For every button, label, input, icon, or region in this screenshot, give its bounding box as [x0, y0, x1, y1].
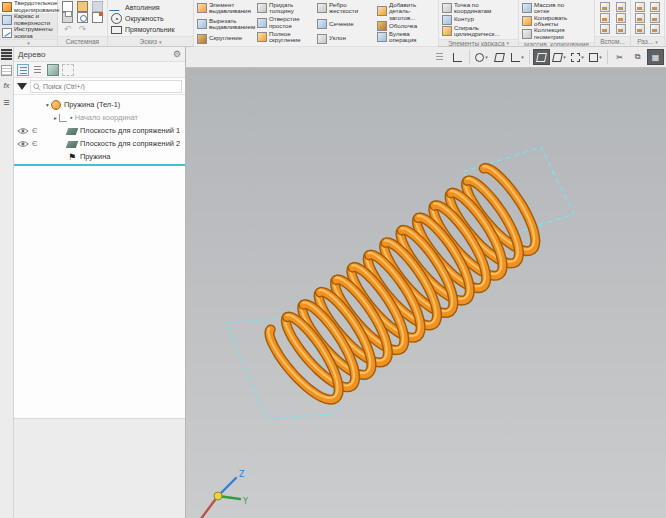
- tree-tab-icon[interactable]: [1, 49, 12, 60]
- workspace-modes-group: Твердотельное моделирование Каркас и пов…: [0, 0, 58, 46]
- aux-tool-icon[interactable]: [600, 13, 610, 23]
- search-icon: [33, 83, 41, 91]
- section-button[interactable]: Сечение: [317, 19, 375, 29]
- view-settings-button[interactable]: ▦: [647, 49, 664, 65]
- dimension-tool-icon[interactable]: [635, 24, 645, 34]
- preview-icon[interactable]: [77, 12, 88, 23]
- dimension-tool-icon[interactable]: [635, 2, 645, 12]
- spring-model[interactable]: [268, 166, 535, 400]
- expand-caret-icon[interactable]: ▸: [52, 115, 59, 121]
- tree-relations-icon[interactable]: [47, 64, 59, 76]
- simple-hole-button[interactable]: Отверстие простое: [257, 16, 315, 29]
- tree-structure-view-icon[interactable]: [17, 64, 29, 76]
- dimension-tool-icon[interactable]: [650, 2, 660, 12]
- tree-rows: ▾Пружина (Тел-1)▸●Начало координатЄПлоск…: [14, 95, 185, 418]
- hidden-lines-dropdown[interactable]: ▾: [569, 49, 586, 65]
- zoom-dropdown[interactable]: ▾: [473, 49, 490, 65]
- section-view-dropdown[interactable]: ▾: [587, 49, 604, 65]
- dimension-tool-icon[interactable]: [650, 13, 660, 23]
- geometry-collection-button[interactable]: Коллекция геометрии: [522, 27, 591, 40]
- grid-pattern-button[interactable]: Массив по сетке: [522, 2, 591, 15]
- thicken-icon: [257, 3, 267, 13]
- tree-row-label: Пружина: [80, 152, 110, 161]
- snip-icon[interactable]: ✂: [611, 49, 628, 65]
- gear-icon[interactable]: ⚙: [173, 49, 181, 59]
- add-stock-part-button[interactable]: Добавить деталь-заготов...: [377, 2, 435, 21]
- 3d-viewport[interactable]: ZY: [186, 68, 666, 518]
- open-document-icon[interactable]: [77, 1, 88, 12]
- tree-selection-icon[interactable]: [62, 64, 74, 76]
- panel-menu-icon[interactable]: ≡: [1, 97, 12, 108]
- save-icon[interactable]: [92, 1, 103, 12]
- tree-row[interactable]: ▸●Начало координат: [14, 111, 185, 124]
- panel-title: Дерево: [18, 50, 173, 59]
- spring-feature-icon: ⚑: [67, 152, 77, 162]
- search-input[interactable]: [30, 80, 182, 93]
- contour-icon: [442, 15, 452, 25]
- filter-icon[interactable]: [17, 83, 27, 90]
- isometry-icon[interactable]: [449, 49, 466, 65]
- cylindrical-spiral-button[interactable]: Спираль цилиндрическ...: [442, 25, 515, 38]
- dimension-tool-icon[interactable]: [635, 13, 645, 23]
- triad-axis-label: Y: [242, 497, 248, 506]
- exclude-icon[interactable]: Є: [32, 126, 37, 135]
- modes-group-footer: ▾: [0, 39, 57, 46]
- normal-view-dropdown[interactable]: ▾: [509, 49, 526, 65]
- tree-row[interactable]: ▾Пружина (Тел-1): [14, 98, 185, 111]
- array-copy-group: Массив по сетке Копировать объекты Колле…: [519, 0, 595, 46]
- tree-panel-header: Дерево ⚙: [14, 47, 185, 62]
- tree-row[interactable]: ⚑Пружина: [14, 150, 185, 163]
- shaded-display-button[interactable]: [533, 49, 550, 65]
- full-round-icon: [257, 32, 267, 42]
- draft-button[interactable]: Уклон: [317, 34, 375, 44]
- thicken-button[interactable]: Придать толщину: [257, 2, 315, 15]
- part-icon: [51, 100, 61, 110]
- undo-icon[interactable]: ↶: [62, 24, 74, 35]
- rectangle-button[interactable]: Прямоугольник: [111, 24, 190, 34]
- point-by-coords-button[interactable]: Точка по координатам: [442, 2, 515, 15]
- dimension-tool-icon[interactable]: [650, 24, 660, 34]
- display-mode-dropdown[interactable]: ▾: [551, 49, 568, 65]
- print-icon[interactable]: [62, 12, 73, 23]
- fillet-button[interactable]: Скругление: [197, 34, 255, 44]
- exclude-icon[interactable]: Є: [32, 139, 37, 148]
- parameters-tab-icon[interactable]: [1, 65, 12, 76]
- extrude-button[interactable]: Элемент выдавливания: [197, 2, 255, 15]
- origin-bullet-icon: ●: [70, 115, 73, 120]
- dimensions-group: Раз...▾: [631, 0, 665, 46]
- export-icon[interactable]: [92, 12, 103, 23]
- copy-view-icon[interactable]: ⧉: [629, 49, 646, 65]
- triad-origin-point: [214, 492, 222, 500]
- boolean-button[interactable]: Булева операция: [377, 31, 435, 44]
- auxiliary-group: Вспом...: [595, 0, 631, 46]
- orientation-icon[interactable]: [491, 49, 508, 65]
- tree-flat-view-icon[interactable]: [32, 64, 44, 76]
- eye-icon[interactable]: [17, 140, 29, 148]
- viewport-canvas: ZY: [186, 68, 666, 518]
- array-group-label: Массив, копирование: [519, 42, 594, 46]
- grid-pattern-icon: [522, 3, 532, 13]
- sketch-tools-icon: [2, 28, 12, 38]
- toolbar-handle-icon[interactable]: [431, 49, 448, 65]
- eye-icon[interactable]: [17, 127, 29, 135]
- aux-tool-icon[interactable]: [600, 24, 610, 34]
- autoline-button[interactable]: Автолиния: [111, 2, 190, 13]
- aux-tool-icon[interactable]: [600, 2, 610, 12]
- frame-elements-group: Точка по координатам Контур Спираль цили…: [439, 0, 519, 46]
- tree-row[interactable]: ЄПлоскость для сопряжений 2: [14, 137, 185, 150]
- tree-search-row: [14, 78, 185, 95]
- cut-extrude-button[interactable]: Вырезать выдавливанием: [197, 18, 255, 31]
- full-round-button[interactable]: Полное скругление: [257, 31, 315, 44]
- aux-tool-icon[interactable]: [616, 2, 626, 12]
- circle-button[interactable]: Окружность: [111, 13, 190, 24]
- expand-caret-icon[interactable]: ▾: [44, 102, 51, 108]
- variables-tab-icon[interactable]: fx: [1, 81, 12, 92]
- aux-tool-icon[interactable]: [616, 13, 626, 23]
- tree-row[interactable]: ЄПлоскость для сопряжений 1: [14, 124, 185, 137]
- rollback-bar[interactable]: [14, 164, 185, 166]
- redo-icon[interactable]: ↷: [77, 24, 89, 35]
- rib-button[interactable]: Ребро жесткости: [317, 2, 375, 15]
- frame-group-label: Элементы каркаса▾: [439, 39, 518, 46]
- aux-tool-icon[interactable]: [616, 24, 626, 34]
- mode-sketch-tools[interactable]: Инструменты эскиза: [0, 26, 57, 39]
